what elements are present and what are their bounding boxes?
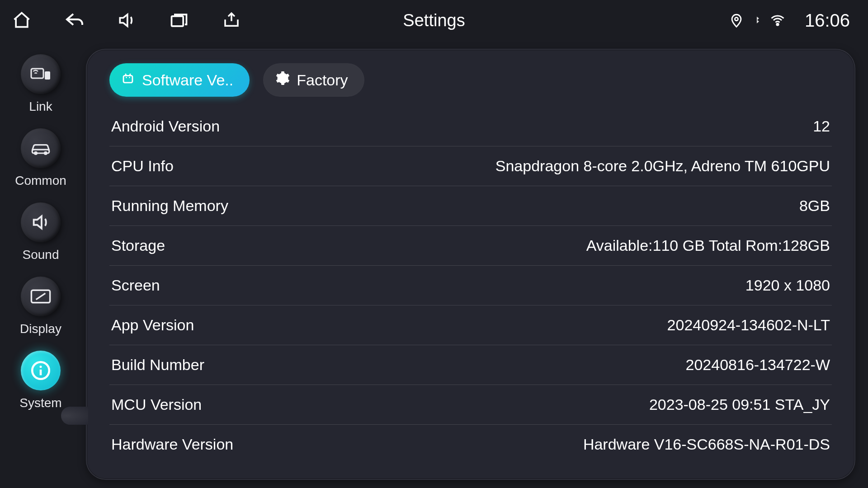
svg-rect-4 bbox=[45, 71, 50, 80]
sidebar: Link Common Sound Display System bbox=[0, 41, 81, 488]
topbar-left bbox=[9, 8, 244, 33]
row-label: Running Memory bbox=[111, 197, 228, 215]
info-list: Android Version 12 CPU Info Snapdragon 8… bbox=[109, 107, 832, 470]
car-icon bbox=[21, 128, 61, 168]
bluetooth-icon bbox=[752, 14, 761, 27]
display-icon bbox=[21, 277, 61, 316]
row-label: App Version bbox=[111, 316, 194, 334]
row-value: 868 x 488 bbox=[745, 277, 830, 294]
sidebar-item-label: System bbox=[19, 396, 61, 410]
sidebar-item-system[interactable]: System bbox=[19, 351, 61, 410]
back-icon[interactable] bbox=[61, 8, 87, 33]
wifi-icon bbox=[769, 12, 786, 28]
panel-wrap: Software Ve.. Factory Android Version 12… bbox=[81, 41, 868, 488]
row-value: Snapdragon 8-core 2.0GHz, Adreno TM 610G… bbox=[495, 157, 830, 175]
top-bar: Settings 16:06 bbox=[0, 0, 868, 41]
gear-icon bbox=[274, 70, 290, 90]
info-row-build-number[interactable]: Build Number 20240816-134722-W bbox=[109, 345, 832, 385]
topbar-right: 16:06 bbox=[729, 10, 850, 31]
location-icon bbox=[729, 13, 744, 28]
info-icon bbox=[21, 351, 61, 390]
info-row-running-memory[interactable]: Running Memory 8GB bbox=[109, 186, 832, 226]
link-icon bbox=[21, 54, 61, 94]
tab-label: Software Ve.. bbox=[142, 71, 233, 89]
svg-point-2 bbox=[777, 23, 778, 25]
sidebar-item-common[interactable]: Common bbox=[15, 128, 66, 188]
sidebar-item-sound[interactable]: Sound bbox=[21, 202, 61, 262]
row-value: 2023-08-25 09:51 STA_JY bbox=[649, 396, 830, 413]
sidebar-item-label: Display bbox=[20, 322, 61, 336]
info-row-hardware-version[interactable]: Hardware Version Hardware V16-SC668S-NA-… bbox=[109, 425, 832, 464]
android-icon bbox=[120, 70, 136, 89]
info-row-android-version[interactable]: Android Version 12 bbox=[109, 107, 832, 146]
row-value: 20240924-134602-N-LT bbox=[667, 316, 830, 334]
sidebar-item-label: Common bbox=[15, 174, 66, 188]
body: Link Common Sound Display System bbox=[0, 41, 868, 488]
row-label: Screen bbox=[111, 277, 160, 294]
row-label: Android Version bbox=[111, 117, 220, 135]
speaker-icon bbox=[21, 202, 61, 242]
row-value: 12 bbox=[813, 117, 830, 135]
row-label: Hardware Version bbox=[111, 436, 233, 453]
svg-point-10 bbox=[39, 366, 42, 368]
svg-point-13 bbox=[129, 77, 130, 78]
clock: 16:06 bbox=[805, 10, 850, 31]
sidebar-neck bbox=[61, 407, 88, 425]
row-label: Build Number bbox=[111, 356, 204, 374]
tab-factory[interactable]: Factory bbox=[263, 63, 364, 97]
info-row-app-version[interactable]: App Version 20240924-134602-N-LT bbox=[109, 305, 832, 345]
svg-rect-3 bbox=[31, 69, 43, 78]
row-value: Available:110 GB Total Rom:128GB bbox=[586, 237, 830, 254]
row-value: 20240816-134722-W bbox=[686, 356, 830, 374]
page-title: Settings bbox=[403, 11, 465, 30]
row-label: MCU Version bbox=[111, 396, 202, 413]
svg-point-1 bbox=[735, 18, 738, 21]
info-row-cpu-info[interactable]: CPU Info Snapdragon 8-core 2.0GHz, Adren… bbox=[109, 146, 832, 186]
row-label: CPU Info bbox=[111, 157, 174, 175]
sidebar-item-label: Sound bbox=[23, 248, 59, 262]
info-row-mcu-version[interactable]: MCU Version 2023-08-25 09:51 STA_JY bbox=[109, 385, 832, 425]
info-row-screen[interactable]: Screen 868 x 488 bbox=[109, 266, 832, 305]
tabs: Software Ve.. Factory bbox=[109, 63, 832, 97]
row-value: 8GB bbox=[799, 197, 830, 215]
svg-point-6 bbox=[35, 152, 37, 154]
recents-icon[interactable] bbox=[166, 8, 192, 33]
sidebar-item-display[interactable]: Display bbox=[20, 277, 61, 336]
share-icon[interactable] bbox=[219, 8, 244, 33]
svg-point-7 bbox=[44, 152, 47, 154]
sidebar-item-label: Link bbox=[29, 99, 52, 114]
content-panel: Software Ve.. Factory Android Version 12… bbox=[86, 49, 855, 480]
svg-rect-0 bbox=[172, 16, 184, 26]
svg-point-12 bbox=[126, 77, 127, 78]
sidebar-item-link[interactable]: Link bbox=[21, 54, 61, 114]
row-value: Hardware V16-SC668S-NA-R01-DS bbox=[583, 436, 830, 453]
svg-rect-11 bbox=[123, 75, 132, 83]
tab-software-version[interactable]: Software Ve.. bbox=[109, 63, 250, 97]
tab-label: Factory bbox=[297, 71, 348, 89]
volume-icon[interactable] bbox=[114, 8, 139, 33]
home-icon[interactable] bbox=[9, 8, 34, 33]
info-row-storage[interactable]: Storage Available:110 GB Total Rom:128GB bbox=[109, 226, 832, 266]
row-label: Storage bbox=[111, 237, 165, 254]
